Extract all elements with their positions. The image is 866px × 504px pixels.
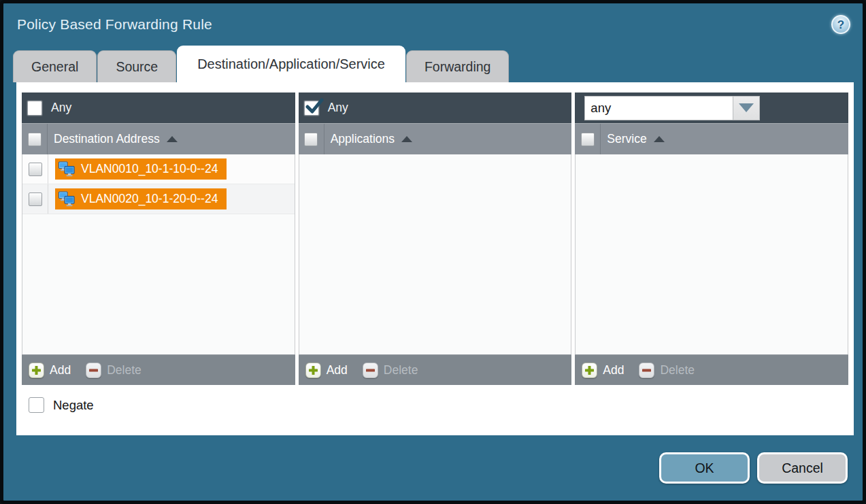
applications-list [299,154,572,354]
add-button[interactable]: Add [29,363,71,378]
service-header: Service [575,123,848,154]
applications-any-checkbox[interactable] [304,101,319,116]
destination-any-label: Any [51,101,71,115]
destination-address-entry[interactable]: VLAN0010_10-1-10-0--24 [55,158,227,180]
address-group-icon [58,191,76,207]
destination-address-entry[interactable]: VLAN0020_10-1-20-0--24 [55,188,227,209]
applications-select-all-checkbox[interactable] [304,133,318,146]
tab-forwarding[interactable]: Forwarding [406,50,510,82]
tab-content-panel: Any Destination Address [16,82,854,435]
address-group-icon [58,161,76,177]
chevron-down-icon [739,103,754,112]
sort-ascending-icon [654,136,665,142]
negate-checkbox[interactable] [29,397,44,413]
delete-button[interactable]: Delete [86,363,141,378]
delete-minus-icon [86,363,101,378]
applications-column: Any Applications Add [299,93,572,385]
destination-any-checkbox[interactable] [27,101,42,116]
negate-label: Negate [53,398,94,413]
policy-based-forwarding-dialog: Policy Based Forwarding Rule ? General S… [0,0,866,504]
destination-address-label: VLAN0020_10-1-20-0--24 [81,192,218,206]
sort-ascending-icon [167,136,178,142]
add-button[interactable]: Add [582,363,624,378]
destination-address-column: Any Destination Address [22,93,295,385]
service-column: Service Add [575,93,848,385]
help-icon[interactable]: ? [831,15,850,34]
row-checkbox[interactable] [29,192,42,206]
delete-minus-icon [639,363,654,378]
add-plus-icon [29,363,44,378]
tab-source[interactable]: Source [97,50,176,82]
dialog-title: Policy Based Forwarding Rule [17,16,212,33]
applications-header: Applications [299,123,572,154]
destination-select-all-checkbox[interactable] [28,133,41,146]
service-dropdown-button[interactable] [733,96,760,120]
title-bar: Policy Based Forwarding Rule ? [3,3,863,46]
dialog-actions: OK Cancel [3,435,863,501]
tab-destination-application-service[interactable]: Destination/Application/Service [177,46,405,82]
cancel-button[interactable]: Cancel [757,452,848,484]
tab-general[interactable]: General [13,50,97,82]
delete-minus-icon [363,363,378,378]
destination-address-list: VLAN0010_10-1-10-0--24 [22,154,295,354]
applications-footer-bar: Add Delete [299,354,572,385]
check-icon [305,97,324,115]
service-dropdown[interactable] [584,96,760,120]
tab-bar: General Source Destination/Application/S… [3,46,863,82]
add-plus-icon [582,363,597,378]
table-row: VLAN0020_10-1-20-0--24 [22,184,295,214]
destination-address-label: VLAN0010_10-1-10-0--24 [81,162,218,176]
service-dropdown-bar [575,93,848,123]
service-list [575,154,848,354]
applications-header-label[interactable]: Applications [324,124,412,154]
row-checkbox[interactable] [29,163,42,176]
add-button[interactable]: Add [305,363,348,378]
destination-address-header-label[interactable]: Destination Address [48,124,178,154]
sort-ascending-icon [401,136,412,142]
delete-button[interactable]: Delete [639,363,695,378]
negate-row: Negate [29,397,848,413]
ok-button[interactable]: OK [659,452,750,484]
destination-footer-bar: Add Delete [22,354,295,385]
add-plus-icon [305,363,321,378]
table-row: VLAN0010_10-1-10-0--24 [22,154,295,184]
applications-any-bar: Any [299,93,572,123]
service-header-label[interactable]: Service [601,124,664,154]
service-select-all-checkbox[interactable] [581,133,595,146]
service-dropdown-value[interactable] [584,96,733,120]
applications-any-label: Any [328,101,348,115]
destination-any-bar: Any [22,93,295,123]
delete-button[interactable]: Delete [363,363,418,378]
destination-address-header: Destination Address [22,123,295,154]
service-footer-bar: Add Delete [575,354,848,385]
columns-container: Any Destination Address [22,93,848,385]
